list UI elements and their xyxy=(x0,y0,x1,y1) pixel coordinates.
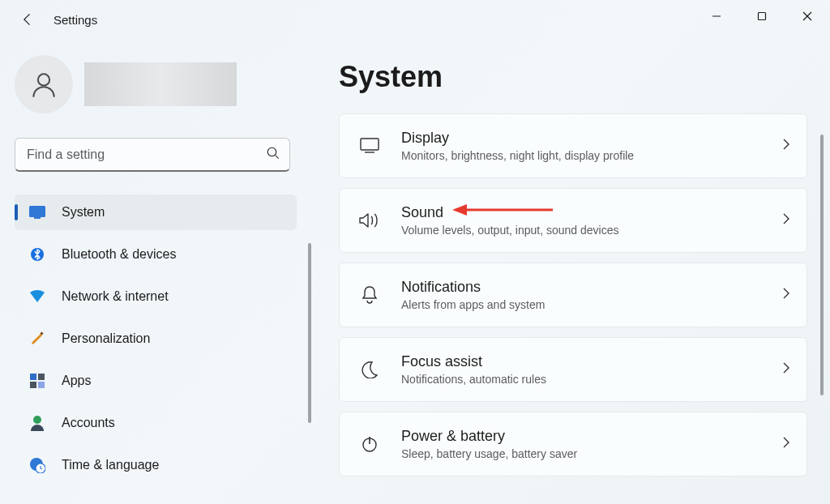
power-icon xyxy=(359,435,380,453)
close-button[interactable] xyxy=(785,0,830,32)
nav-label: Network & internet xyxy=(62,289,169,304)
svg-point-15 xyxy=(33,416,41,424)
chevron-right-icon xyxy=(782,361,790,378)
nav-label: Personalization xyxy=(62,331,150,346)
nav-label: Bluetooth & devices xyxy=(62,247,176,262)
display-icon xyxy=(359,138,380,154)
chevron-right-icon xyxy=(782,138,790,154)
svg-rect-11 xyxy=(30,374,36,380)
card-subtitle: Monitors, brightness, night light, displ… xyxy=(401,149,634,162)
card-title: Focus assist xyxy=(401,353,546,371)
nav-item-system[interactable]: System xyxy=(15,194,297,230)
apps-icon xyxy=(29,373,45,389)
settings-card-list: Display Monitors, brightness, night ligh… xyxy=(339,113,807,476)
bluetooth-icon xyxy=(29,246,45,263)
card-subtitle: Volume levels, output, input, sound devi… xyxy=(401,224,619,237)
svg-rect-19 xyxy=(361,139,379,150)
svg-rect-13 xyxy=(30,382,36,388)
svg-rect-8 xyxy=(34,217,41,219)
nav-item-apps[interactable]: Apps xyxy=(15,363,297,399)
nav-label: Accounts xyxy=(62,416,115,430)
back-button[interactable] xyxy=(18,10,37,29)
main-panel: System Display Monitors, brightness, nig… xyxy=(302,39,830,504)
nav-label: Apps xyxy=(62,374,91,388)
card-title: Display xyxy=(401,130,634,147)
search-input[interactable] xyxy=(15,138,290,172)
moon-icon xyxy=(359,361,380,378)
sound-icon xyxy=(359,211,380,229)
card-display[interactable]: Display Monitors, brightness, night ligh… xyxy=(339,113,807,178)
user-name-placeholder xyxy=(84,62,237,106)
maximize-button[interactable] xyxy=(739,0,785,32)
wifi-icon xyxy=(29,288,45,305)
svg-point-4 xyxy=(38,74,49,85)
search-icon xyxy=(266,146,280,164)
nav-item-time-language[interactable]: Time & language xyxy=(15,447,297,483)
nav-label: Time & language xyxy=(62,458,159,472)
avatar[interactable] xyxy=(15,55,73,113)
paintbrush-icon xyxy=(29,331,45,347)
card-notifications[interactable]: Notifications Alerts from apps and syste… xyxy=(339,263,807,327)
card-power-battery[interactable]: Power & battery Sleep, battery usage, ba… xyxy=(339,412,807,476)
nav-item-network[interactable]: Network & internet xyxy=(15,279,297,314)
svg-rect-12 xyxy=(38,374,45,380)
app-title: Settings xyxy=(53,13,97,27)
svg-rect-1 xyxy=(759,13,766,20)
svg-point-5 xyxy=(267,147,276,156)
person-icon xyxy=(29,415,45,431)
card-subtitle: Notifications, automatic rules xyxy=(401,373,546,386)
user-block xyxy=(15,55,302,113)
chevron-right-icon xyxy=(782,287,790,303)
main-scrollbar[interactable] xyxy=(820,135,824,395)
nav-item-bluetooth[interactable]: Bluetooth & devices xyxy=(15,237,297,272)
nav-list: System Bluetooth & devices Network & int… xyxy=(15,194,297,483)
card-subtitle: Alerts from apps and system xyxy=(401,298,545,311)
window-controls xyxy=(694,0,830,32)
svg-line-6 xyxy=(276,156,279,159)
svg-rect-7 xyxy=(29,206,45,217)
card-subtitle: Sleep, battery usage, battery saver xyxy=(401,447,577,460)
card-title: Notifications xyxy=(401,279,545,297)
nav-item-personalization[interactable]: Personalization xyxy=(15,321,297,357)
svg-rect-14 xyxy=(38,382,45,388)
nav-item-accounts[interactable]: Accounts xyxy=(15,405,297,441)
sidebar: System Bluetooth & devices Network & int… xyxy=(0,39,302,504)
nav-label: System xyxy=(62,205,105,220)
bell-icon xyxy=(359,285,380,305)
card-sound[interactable]: Sound Volume levels, output, input, soun… xyxy=(339,188,807,253)
minimize-button[interactable] xyxy=(694,0,739,32)
card-focus-assist[interactable]: Focus assist Notifications, automatic ru… xyxy=(339,337,807,402)
globe-clock-icon xyxy=(29,457,45,473)
card-title: Power & battery xyxy=(401,428,577,446)
search-box xyxy=(15,138,290,172)
monitor-icon xyxy=(29,204,45,220)
card-title: Sound xyxy=(401,204,619,222)
chevron-right-icon xyxy=(782,212,790,229)
chevron-right-icon xyxy=(782,436,790,452)
page-title: System xyxy=(339,60,814,94)
